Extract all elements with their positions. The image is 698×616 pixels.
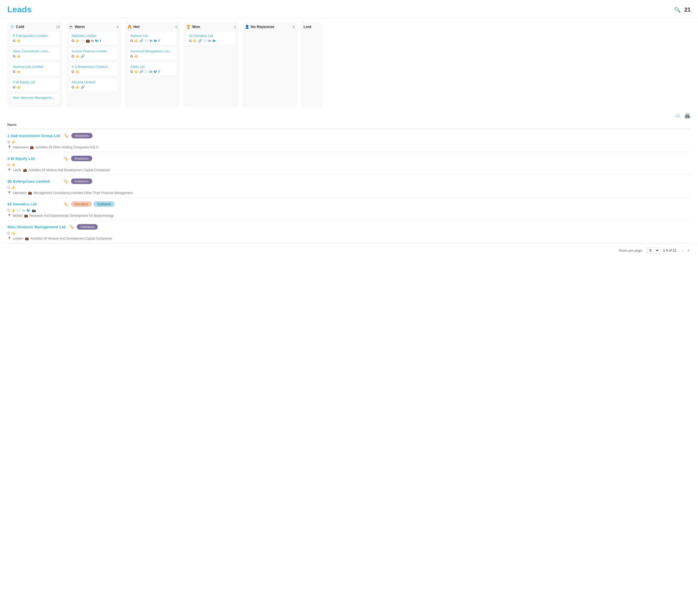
- kanban-card-icon[interactable]: ⚜️: [134, 70, 138, 74]
- kanban-card-icon[interactable]: G: [130, 54, 133, 58]
- kanban-card-icon[interactable]: ⚜️: [16, 70, 21, 74]
- kanban-card-icon[interactable]: 🔗: [81, 85, 85, 89]
- lead-icon[interactable]: ⚜️: [11, 186, 15, 190]
- lead-icon[interactable]: in: [22, 208, 25, 212]
- kanban-card-name[interactable]: 3dbiotek Limited: [72, 34, 115, 38]
- kanban-card-icon[interactable]: G: [72, 85, 74, 89]
- lead-name[interactable]: 4bio Ventures Management Ltd: [7, 225, 66, 229]
- lead-tag[interactable]: Investors: [71, 133, 93, 138]
- kanban-card-icon[interactable]: G: [13, 54, 15, 58]
- kanban-card-icon[interactable]: ⚜️: [75, 39, 80, 43]
- download-icon[interactable]: ☁️: [674, 112, 681, 118]
- lead-icon[interactable]: G: [7, 140, 10, 144]
- lead-tag[interactable]: Genetics: [71, 201, 92, 207]
- kanban-card-icon[interactable]: ⚜️: [75, 85, 80, 89]
- kanban-card-name[interactable]: Accumed Biosystems Lim...: [130, 49, 174, 53]
- kanban-card-icon[interactable]: ⚜️: [75, 54, 80, 58]
- kanban-card[interactable]: Abax Consultants Limit...G⚜️: [10, 47, 60, 60]
- kanban-card-icon[interactable]: f: [100, 39, 101, 43]
- kanban-card-icon[interactable]: 🐦: [95, 39, 99, 43]
- kanban-card[interactable]: 4bio Ventures Manageme...: [10, 93, 60, 103]
- lead-icon[interactable]: ⚜️: [11, 208, 15, 212]
- kanban-card-icon[interactable]: G: [72, 39, 74, 43]
- kanban-card[interactable]: Abzena (uk) LimitedG⚜️: [10, 62, 60, 76]
- kanban-card[interactable]: Abzena LimitedG⚜️🔗: [69, 78, 118, 92]
- kanban-card-name[interactable]: A S Biosensors Consult...: [72, 65, 115, 69]
- kanban-card[interactable]: Acacia Pharma LimitedG⚜️🔗: [69, 47, 118, 60]
- kanban-card-icon[interactable]: f: [158, 39, 159, 43]
- kanban-card-icon[interactable]: ⚜️: [134, 54, 138, 58]
- kanban-card-icon[interactable]: 🔗: [139, 70, 143, 74]
- lead-name[interactable]: 1 Oak Investment Group Ltd: [7, 134, 60, 138]
- lead-name[interactable]: 3 W Equity Ltd: [7, 156, 60, 161]
- lead-tag[interactable]: Investors: [71, 156, 92, 161]
- lead-name[interactable]: 3b Enterprises Limited: [7, 179, 60, 183]
- kanban-card-icon[interactable]: G: [72, 70, 74, 74]
- kanban-card[interactable]: A S Biosensors Consult...G⚜️: [69, 62, 118, 76]
- kanban-card-icon[interactable]: in: [208, 39, 211, 43]
- kanban-card-icon[interactable]: G: [13, 39, 15, 43]
- lead-icon[interactable]: G: [7, 208, 10, 212]
- kanban-card-icon[interactable]: ✉️: [81, 39, 85, 43]
- kanban-card-icon[interactable]: ✉️: [203, 39, 207, 43]
- kanban-card-icon[interactable]: ✉️: [144, 39, 149, 43]
- lead-icon[interactable]: G: [7, 186, 10, 190]
- kanban-card-icon[interactable]: G: [72, 54, 74, 58]
- lead-icon[interactable]: ✉️: [17, 208, 21, 212]
- kanban-card-icon[interactable]: G: [13, 85, 15, 89]
- kanban-card-icon[interactable]: 🔗: [139, 39, 143, 43]
- kanban-card-icon[interactable]: G: [189, 39, 192, 43]
- kanban-card-icon[interactable]: ⚜️: [134, 39, 138, 43]
- kanban-card-name[interactable]: Abbexa Ltd: [130, 34, 174, 38]
- kanban-card-icon[interactable]: 🐦: [153, 70, 157, 74]
- kanban-card-name[interactable]: 5 Therapeutics Limited...: [13, 34, 57, 38]
- kanban-card-icon[interactable]: 🐦: [212, 39, 216, 43]
- kanban-card-icon[interactable]: 🔗: [198, 39, 202, 43]
- kanban-card-icon[interactable]: f: [158, 70, 159, 74]
- kanban-card-name[interactable]: Abzena (uk) Limited: [13, 65, 57, 69]
- lead-tag[interactable]: Investors: [77, 224, 98, 229]
- kanban-card[interactable]: Accumed Biosystems Lim...G⚜️: [127, 47, 177, 60]
- kanban-card[interactable]: 3dbiotek LimitedG⚜️✉️💼in🐦f: [69, 31, 118, 45]
- kanban-card-name[interactable]: 3 W Equity Ltd: [13, 80, 57, 84]
- kanban-card-name[interactable]: Abbio Ltd: [130, 65, 174, 69]
- pagination-prev-button[interactable]: ‹: [680, 247, 685, 254]
- lead-tag[interactable]: Software: [94, 201, 114, 207]
- lead-icon[interactable]: ⚜️: [11, 163, 15, 167]
- kanban-card-name[interactable]: Abax Consultants Limit...: [13, 49, 57, 53]
- kanban-card[interactable]: Abbio LtdG⚜️🔗✉️in🐦f: [127, 62, 177, 76]
- kanban-card-icon[interactable]: G: [130, 70, 133, 74]
- kanban-card-icon[interactable]: G: [13, 70, 15, 74]
- kanban-card-icon[interactable]: ⚜️: [75, 70, 80, 74]
- kanban-card-icon[interactable]: 💼: [86, 39, 90, 43]
- kanban-card[interactable]: 5 Therapeutics Limited...G⚜️: [10, 31, 60, 45]
- kanban-card-icon[interactable]: in: [150, 70, 152, 74]
- kanban-card-icon[interactable]: G: [130, 39, 133, 43]
- kanban-card-name[interactable]: 42 Genetics Ltd: [189, 34, 233, 38]
- rows-per-page-select[interactable]: 5 10 25: [647, 248, 659, 253]
- kanban-card-name[interactable]: Abzena Limited: [72, 80, 115, 84]
- lead-icon[interactable]: 🐦: [26, 208, 30, 212]
- kanban-card-icon[interactable]: ⚜️: [16, 54, 21, 58]
- search-icon[interactable]: 🔍: [674, 6, 681, 13]
- lead-icon[interactable]: ⚜️: [11, 231, 15, 235]
- lead-icon[interactable]: 📷: [32, 208, 36, 212]
- lead-icon[interactable]: ⚜️: [11, 140, 15, 144]
- kanban-card-name[interactable]: 4bio Ventures Manageme...: [13, 96, 57, 100]
- kanban-card-icon[interactable]: ⚜️: [16, 85, 21, 89]
- lead-tag[interactable]: Investors: [71, 179, 92, 184]
- lead-icon[interactable]: G: [7, 163, 10, 167]
- kanban-card-icon[interactable]: 🔗: [81, 54, 85, 58]
- kanban-card-icon[interactable]: in: [91, 39, 94, 43]
- lead-name[interactable]: 42 Genetics Ltd: [7, 202, 60, 206]
- kanban-card-icon[interactable]: ⚜️: [193, 39, 197, 43]
- kanban-card[interactable]: 3 W Equity LtdG⚜️: [10, 78, 60, 92]
- kanban-card-icon[interactable]: in: [150, 39, 152, 43]
- print-icon[interactable]: 🖨️: [684, 112, 691, 118]
- kanban-card-icon[interactable]: 🐦: [153, 39, 157, 43]
- kanban-card-icon[interactable]: ✉️: [144, 70, 149, 74]
- kanban-card-icon[interactable]: ⚜️: [16, 39, 21, 43]
- kanban-card-name[interactable]: Acacia Pharma Limited: [72, 49, 115, 53]
- lead-icon[interactable]: G: [7, 231, 10, 235]
- kanban-card[interactable]: Abbexa LtdG⚜️🔗✉️in🐦f: [127, 31, 177, 45]
